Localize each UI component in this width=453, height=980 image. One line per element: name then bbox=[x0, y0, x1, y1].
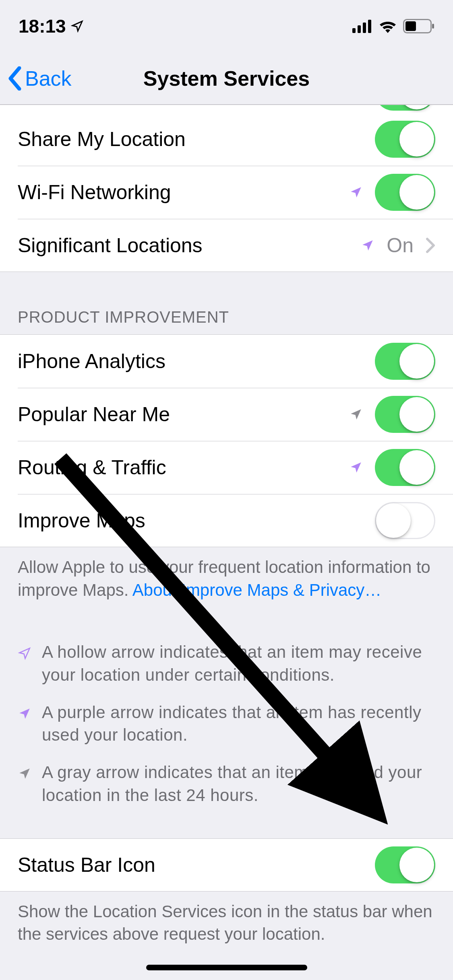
toggle-switch[interactable] bbox=[375, 105, 435, 111]
location-arrow-hollow-icon bbox=[18, 646, 31, 660]
row-significant-locations[interactable]: Significant Locations On bbox=[0, 219, 453, 272]
row-label: Share My Location bbox=[18, 128, 375, 151]
row-label: Status Bar Icon bbox=[18, 853, 375, 877]
svg-rect-5 bbox=[405, 21, 416, 31]
row-label: Wi-Fi Networking bbox=[18, 181, 349, 204]
partial-row bbox=[0, 105, 453, 113]
toggle-switch[interactable] bbox=[375, 174, 435, 211]
svg-rect-1 bbox=[358, 25, 361, 33]
legend-text: A gray arrow indicates that an item has … bbox=[42, 761, 435, 807]
status-bar: 18:13 bbox=[0, 0, 453, 52]
legend-text: A purple arrow indicates that an item ha… bbox=[42, 701, 435, 747]
home-indicator bbox=[146, 965, 307, 970]
footer-improve-maps: Allow Apple to use your frequent locatio… bbox=[0, 547, 453, 618]
row-iphone-analytics[interactable]: iPhone Analytics bbox=[0, 335, 453, 388]
row-wifi-networking[interactable]: Wi-Fi Networking bbox=[0, 166, 453, 219]
row-label: Significant Locations bbox=[18, 234, 361, 257]
row-share-my-location[interactable]: Share My Location bbox=[0, 113, 453, 166]
row-improve-maps[interactable]: Improve Maps bbox=[0, 494, 453, 547]
legend-text: A hollow arrow indicates that an item ma… bbox=[42, 641, 435, 686]
row-value: On bbox=[387, 234, 414, 257]
location-arrow-icon bbox=[349, 408, 363, 421]
status-time: 18:13 bbox=[19, 15, 66, 37]
footer-status-bar-icon: Show the Location Services icon in the s… bbox=[0, 891, 453, 962]
location-arrow-icon bbox=[361, 239, 374, 252]
toggle-switch[interactable] bbox=[375, 121, 435, 158]
toggle-switch[interactable] bbox=[375, 396, 435, 433]
location-arrow-icon bbox=[18, 707, 31, 721]
legend-row: A purple arrow indicates that an item ha… bbox=[18, 694, 435, 754]
toggle-switch[interactable] bbox=[375, 846, 435, 883]
toggle-switch[interactable] bbox=[375, 502, 435, 539]
svg-rect-0 bbox=[352, 28, 356, 33]
toggle-switch[interactable] bbox=[375, 343, 435, 380]
toggle-switch[interactable] bbox=[375, 449, 435, 486]
section-header-product-improvement: PRODUCT IMPROVEMENT bbox=[0, 272, 453, 335]
wifi-icon bbox=[378, 19, 397, 33]
back-label: Back bbox=[25, 66, 72, 91]
status-bar-left: 18:13 bbox=[19, 15, 84, 37]
legend-row: A gray arrow indicates that an item has … bbox=[18, 754, 435, 814]
row-label: Routing & Traffic bbox=[18, 456, 349, 479]
legend: A hollow arrow indicates that an item ma… bbox=[0, 618, 453, 838]
chevron-left-icon bbox=[8, 66, 23, 91]
location-arrow-icon bbox=[349, 461, 363, 474]
location-arrow-icon bbox=[349, 185, 363, 199]
location-icon bbox=[71, 20, 84, 33]
status-bar-right bbox=[352, 19, 434, 33]
nav-bar: Back System Services bbox=[0, 52, 453, 105]
row-popular-near-me[interactable]: Popular Near Me bbox=[0, 388, 453, 441]
svg-rect-3 bbox=[368, 20, 371, 33]
row-label: iPhone Analytics bbox=[18, 350, 375, 373]
improve-maps-privacy-link[interactable]: About Improve Maps & Privacy… bbox=[132, 581, 382, 599]
row-routing-traffic[interactable]: Routing & Traffic bbox=[0, 441, 453, 494]
legend-row: A hollow arrow indicates that an item ma… bbox=[18, 634, 435, 694]
chevron-right-icon bbox=[426, 237, 435, 253]
location-arrow-icon bbox=[18, 767, 31, 780]
svg-rect-6 bbox=[432, 24, 434, 29]
row-label: Improve Maps bbox=[18, 509, 375, 532]
svg-rect-2 bbox=[363, 23, 366, 33]
battery-icon bbox=[403, 19, 434, 33]
row-status-bar-icon[interactable]: Status Bar Icon bbox=[0, 838, 453, 891]
cellular-icon bbox=[352, 19, 372, 33]
back-button[interactable]: Back bbox=[0, 66, 72, 91]
row-label: Popular Near Me bbox=[18, 403, 349, 426]
